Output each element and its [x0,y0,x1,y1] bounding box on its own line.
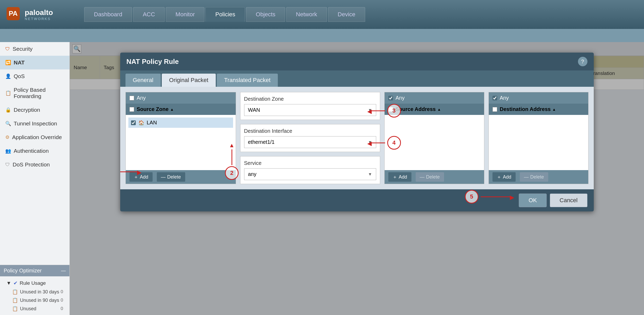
table-icon-30: 📋 [12,289,18,295]
rule-usage-item[interactable]: ▼ ✔ Rule Usage [3,278,67,288]
rule-usage-check: ✔ [13,280,18,286]
logo-text: paloalto [25,8,53,17]
annotation-4: 4 [387,136,401,150]
sidebar-item-label-tunnel: Tunnel Inspection [14,120,57,127]
logo-icon: PA [5,6,21,22]
modal-tab-original-packet[interactable]: Original Packet [162,74,216,87]
source-zone-panel-header: Any [126,92,236,104]
nav-tab-dashboard[interactable]: Dashboard [84,7,132,22]
annotation-3: 3 [387,104,401,118]
destination-zone-value: WAN [248,107,260,113]
svg-text:PA: PA [9,9,18,17]
delete-dst-addr-icon: — [524,174,529,180]
service-field: Service any ▼ [240,156,380,184]
destination-interface-label: Destination Interface [244,128,376,134]
unused-30-label: Unused in 30 days [20,289,59,295]
security-icon: 🛡 [5,46,10,52]
source-zone-panel: Any Source Zone ▲ 🏠 [125,92,236,184]
service-select[interactable]: any ▼ [244,168,376,180]
lan-row[interactable]: 🏠 LAN [128,118,233,128]
delete-source-addr-button[interactable]: — Delete [416,172,444,182]
add-dst-addr-icon: ＋ [497,174,501,180]
table-icon-unused: 📋 [12,306,18,312]
sidebar-item-label-auth: Authentication [14,148,49,154]
lan-label: LAN [147,120,157,126]
destination-zone-field: Destination Zone WAN ▼ ◀ 3 [240,92,380,120]
any-label-dst-addr: Any [500,95,509,101]
rule-usage-expand: ▼ [6,280,11,286]
sidebar: 🛡 Security 🔁 NAT 👤 QoS 📋 Policy Based Fo… [0,42,70,315]
nav-tab-device[interactable]: Device [328,7,365,22]
sidebar-item-label-qos: QoS [14,73,25,79]
sidebar-item-dos[interactable]: 🛡 DoS Protection [0,158,69,171]
logo-sub: NETWORKS [25,17,53,21]
unused-30-item[interactable]: 📋 Unused in 30 days 0 [3,288,67,296]
add-source-addr-button[interactable]: ＋ Add [388,172,411,182]
destination-address-any-header: Any [489,92,588,104]
source-addr-col-title: Source Address ▲ [396,106,441,112]
sidebar-item-label-security: Security [13,46,33,52]
content-area: 🔍 Name Tags Original Packet Service Tran… [70,42,644,315]
source-address-panel-footer: ＋ Add — Delete [385,170,484,184]
unused-item[interactable]: 📋 Unused 0 [3,304,67,313]
nav-tab-policies[interactable]: Policies [205,7,245,22]
sidebar-item-label-nat: NAT [14,59,25,66]
tunnel-icon: 🔍 [5,121,11,126]
modal-title: NAT Policy Rule [127,58,179,66]
pbf-icon: 📋 [5,90,11,96]
unused-90-label: Unused in 90 days [20,298,59,303]
any-checkbox-source[interactable] [129,96,134,100]
modal-footer: 5 ▶ OK Cancel [120,189,594,211]
sidebar-item-decryption[interactable]: 🔒 Decryption [0,103,69,117]
middle-panel: Destination Zone WAN ▼ ◀ 3 [240,92,380,184]
policy-optimizer-minimize[interactable]: — [61,268,66,273]
nav-tab-objects[interactable]: Objects [246,7,285,22]
sidebar-item-auth[interactable]: 👥 Authentication [0,144,69,158]
lan-checkbox[interactable] [131,120,136,125]
service-dropdown-arrow: ▼ [368,172,372,177]
logo-area: PA paloalto NETWORKS [5,6,79,23]
main-layout: 🛡 Security 🔁 NAT 👤 QoS 📋 Policy Based Fo… [0,42,644,315]
ok-button[interactable]: OK [519,194,547,207]
auth-icon: 👥 [5,148,11,154]
cancel-button[interactable]: Cancel [550,194,587,207]
add-dest-addr-button[interactable]: ＋ Add [492,172,516,182]
annotation-2: 2 [225,166,239,180]
sort-arrow-source: ▲ [170,107,174,111]
source-zone-col-checkbox[interactable] [129,107,134,112]
policy-optimizer-header: Policy Optimizer — [0,265,69,276]
modal-help-button[interactable]: ? [578,57,587,66]
dest-addr-col-title: Destination Address ▲ [500,106,556,112]
any-checkbox-dst-addr[interactable] [492,96,497,100]
top-bar: PA paloalto NETWORKS Dashboard ACC Monit… [0,0,644,29]
destination-zone-select[interactable]: WAN ▼ [244,104,376,116]
policy-optimizer-title: Policy Optimizer [4,268,42,274]
nav-tab-monitor[interactable]: Monitor [166,7,204,22]
delete-dest-addr-button[interactable]: — Delete [520,172,548,182]
dest-addr-col-checkbox[interactable] [492,107,497,112]
nav-tabs: Dashboard ACC Monitor Policies Objects N… [84,7,365,22]
policy-optimizer-tree: ▼ ✔ Rule Usage 📋 Unused in 30 days 0 📋 U… [0,276,69,315]
modal-tab-general[interactable]: General [125,74,161,87]
modal-tab-translated-packet[interactable]: Translated Packet [217,74,278,87]
sidebar-item-tunnel[interactable]: 🔍 Tunnel Inspection [0,117,69,130]
destination-address-panel: Any Destination Address ▲ ＋ [489,92,588,184]
any-checkbox-src-addr[interactable] [388,96,393,100]
delete-source-zone-button[interactable]: — Delete [157,172,185,182]
qos-icon: 👤 [5,73,11,79]
lan-zone-icon: 🏠 [138,120,144,126]
modal-overlay: NAT Policy Rule ? General Original Packe… [70,42,644,315]
sidebar-item-nat[interactable]: 🔁 NAT [0,56,69,69]
sidebar-item-qos[interactable]: 👤 QoS [0,69,69,83]
source-zone-col-title: Source Zone ▲ [137,106,174,112]
unused-90-item[interactable]: 📋 Unused in 90 days 0 [3,296,67,304]
sidebar-item-pbf[interactable]: 📋 Policy Based Forwarding [0,83,69,103]
destination-interface-select[interactable]: ethernet1/1 ▼ [244,136,376,148]
nav-tab-acc[interactable]: ACC [133,7,165,22]
nat-icon: 🔁 [5,60,11,65]
sidebar-item-appov[interactable]: ⚙ Application Override [0,130,69,144]
any-label-source: Any [137,95,146,101]
destination-address-panel-body [489,115,588,170]
sidebar-item-security[interactable]: 🛡 Security [0,42,69,56]
nav-tab-network[interactable]: Network [286,7,327,22]
